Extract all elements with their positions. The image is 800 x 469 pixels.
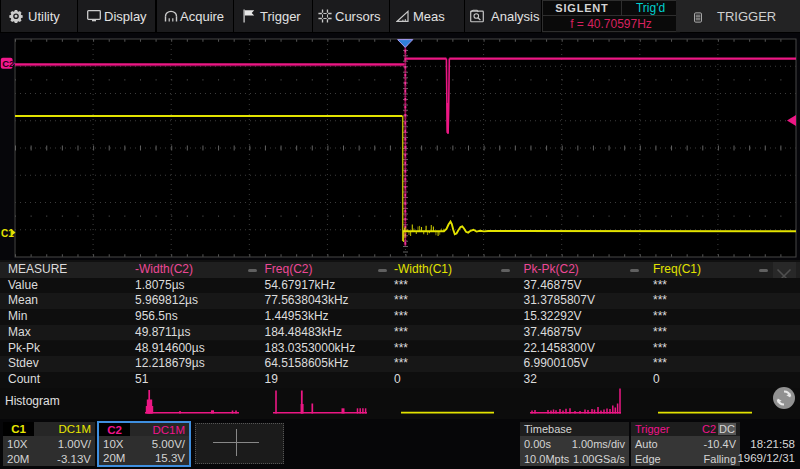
svg-text:C2: C2: [2, 58, 14, 69]
